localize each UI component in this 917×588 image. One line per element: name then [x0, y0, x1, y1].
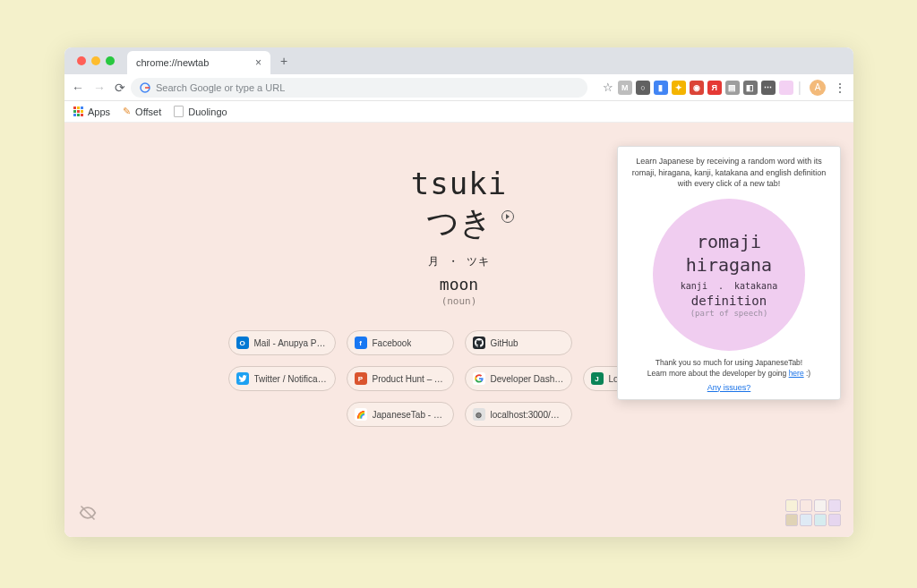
apps-button[interactable]: Apps [73, 107, 110, 117]
issues-link[interactable]: Any issues? [707, 383, 751, 392]
bookmark-star-icon[interactable]: ☆ [603, 81, 613, 94]
bookmarks-bar: Apps ✎ Offset Duolingo [64, 101, 853, 123]
shortcut-icon: 🌈 [355, 408, 367, 421]
toolbar: ← → ⟳ Search Google or type a URL ☆ M○▮✦… [64, 74, 853, 101]
word-kanji: 月 [428, 255, 440, 268]
shortcut-icon [473, 337, 485, 349]
legend-definition: definition [691, 294, 767, 308]
extension-icon[interactable] [779, 81, 793, 95]
theme-palette [785, 499, 841, 526]
theme-swatch[interactable] [800, 514, 812, 526]
bookmark-label: Duolingo [188, 107, 227, 117]
shortcut-icon [236, 372, 249, 385]
bookmark-label: Offset [135, 107, 161, 117]
popup-intro: Learn Japanese by receiving a random wor… [629, 156, 829, 190]
tab-strip: chrome://newtab × + [64, 47, 853, 74]
developer-link[interactable]: here [789, 369, 804, 378]
extension-popup: Learn Japanese by receiving a random wor… [617, 146, 841, 400]
bookmark-item[interactable]: ✎ Offset [123, 106, 161, 117]
theme-swatch[interactable] [814, 499, 827, 512]
legend-romaji: romaji [697, 231, 761, 252]
omnibox-placeholder: Search Google or type a URL [156, 82, 285, 93]
shortcut-chip[interactable]: PProduct Hunt – The bes [347, 366, 454, 391]
play-audio-button[interactable] [501, 210, 514, 223]
extension-icon[interactable]: ◧ [743, 81, 758, 95]
extension-icon[interactable]: ○ [636, 81, 650, 95]
back-button[interactable]: ← [72, 81, 84, 95]
forward-button[interactable]: → [93, 81, 106, 95]
toolbar-right: ☆ M○▮✦◉Я▤◧⋯ | A ⋮ [603, 80, 846, 96]
browser-tab[interactable]: chrome://newtab × [127, 51, 270, 74]
browser-window: chrome://newtab × + ← → ⟳ Search Google … [64, 47, 853, 537]
shortcut-icon: f [355, 337, 367, 349]
tab-title: chrome://newtab [136, 57, 209, 68]
offset-icon: ✎ [123, 106, 131, 117]
shortcut-icon [473, 372, 485, 385]
legend-hiragana: hiragana [686, 254, 772, 276]
theme-swatch[interactable] [800, 499, 812, 512]
visibility-toggle-icon[interactable] [79, 504, 97, 526]
extension-icon[interactable]: Я [707, 81, 722, 95]
dot-separator: ・ [448, 255, 459, 268]
shortcut-label: localhost:3000/year-ent [491, 410, 564, 420]
shortcut-label: Twitter / Notifications [254, 374, 328, 384]
word-katakana: ツキ [467, 255, 490, 268]
extension-icon[interactable]: ◉ [690, 81, 704, 95]
shortcut-chip[interactable]: OMail - Anupya Pamidim [228, 330, 336, 355]
extension-icons: M○▮✦◉Я▤◧⋯ [618, 81, 793, 95]
address-bar[interactable]: Search Google or type a URL [131, 78, 587, 98]
shortcut-chip[interactable]: fFacebook [347, 330, 454, 355]
new-tab-button[interactable]: + [274, 51, 294, 71]
traffic-lights [72, 56, 120, 65]
theme-swatch[interactable] [785, 499, 798, 512]
shortcut-chip[interactable]: Developer Dashboard - [465, 366, 572, 391]
extension-icon[interactable]: ⋯ [761, 81, 776, 95]
window-close-button[interactable] [77, 56, 86, 65]
extension-icon[interactable]: M [618, 81, 632, 95]
shortcut-label: Developer Dashboard - [491, 374, 564, 384]
page-icon [174, 106, 184, 117]
shortcut-chip[interactable]: GitHub [465, 330, 572, 355]
shortcut-label: Facebook [373, 338, 412, 348]
legend-pos: (part of speech) [690, 309, 768, 318]
shortcut-label: Mail - Anupya Pamidim [254, 338, 328, 348]
kebab-menu-icon[interactable]: ⋮ [834, 81, 846, 95]
extension-icon[interactable]: ▮ [654, 81, 668, 95]
shortcut-icon: O [236, 337, 249, 349]
shortcut-icon: J [591, 372, 604, 385]
window-maximize-button[interactable] [106, 56, 115, 65]
theme-swatch[interactable] [785, 514, 798, 526]
shortcut-label: Product Hunt – The bes [373, 374, 446, 384]
word-hiragana: つき [426, 204, 493, 241]
word-hiragana-row: つき [426, 201, 493, 245]
shortcut-chip[interactable]: 🌈JapaneseTab - Chrome [347, 402, 454, 427]
reload-button[interactable]: ⟳ [115, 81, 125, 95]
window-minimize-button[interactable] [91, 56, 100, 65]
extension-icon[interactable]: ✦ [672, 81, 686, 95]
theme-swatch[interactable] [828, 514, 841, 526]
theme-swatch[interactable] [814, 514, 827, 526]
close-icon[interactable]: × [255, 56, 261, 69]
nav-buttons: ← → ⟳ [72, 81, 125, 95]
shortcut-label: GitHub [491, 338, 518, 348]
google-icon [140, 82, 150, 93]
shortcut-chip[interactable]: Twitter / Notifications [228, 366, 336, 391]
popup-thanks: Thank you so much for using JapaneseTab!… [629, 358, 829, 379]
apps-grid-icon [73, 107, 83, 116]
shortcut-icon: ◍ [473, 408, 485, 421]
shortcut-label: JapaneseTab - Chrome [373, 410, 446, 420]
profile-avatar[interactable]: A [810, 80, 826, 96]
theme-swatch[interactable] [828, 499, 841, 512]
page-content: tsuki つき 月 ・ ツキ moon (noun) OMail - Anup… [64, 123, 853, 537]
bookmark-item[interactable]: Duolingo [174, 106, 227, 117]
shortcut-icon: P [355, 372, 367, 385]
shortcut-chip[interactable]: ◍localhost:3000/year-ent [465, 402, 572, 427]
extension-icon[interactable]: ▤ [725, 81, 740, 95]
legend-kanji-katakana: kanji . katakana [681, 281, 777, 291]
popup-legend-circle: romaji hiragana kanji . katakana definit… [653, 199, 805, 351]
apps-label: Apps [88, 107, 110, 117]
